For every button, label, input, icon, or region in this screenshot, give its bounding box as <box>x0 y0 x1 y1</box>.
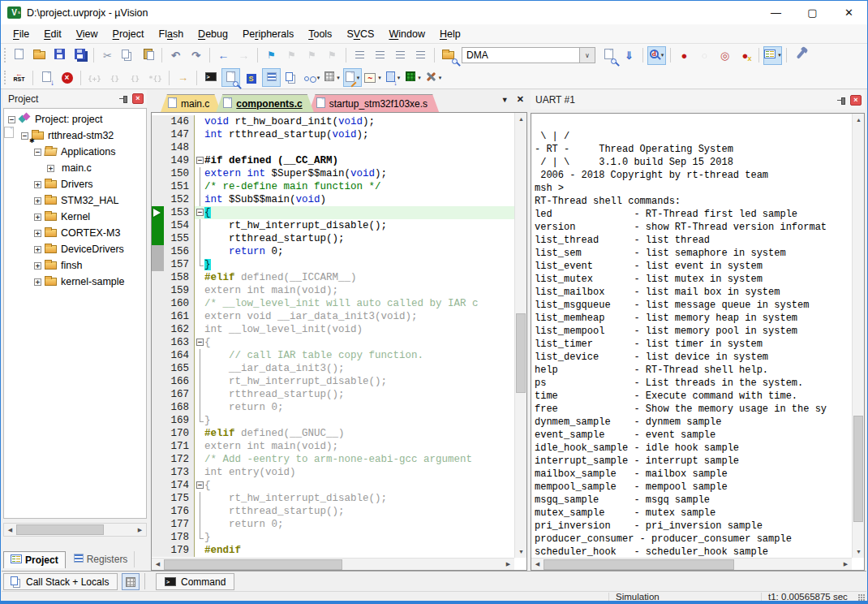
step-out-button[interactable]: {} <box>126 68 144 87</box>
comment-selection-button[interactable] <box>391 46 410 65</box>
breakpoint-margin[interactable] <box>152 232 164 245</box>
panel-tab-registers[interactable]: Registers <box>67 551 135 567</box>
menu-flash[interactable]: Flash <box>152 26 191 42</box>
disassembly-window-button[interactable] <box>221 68 240 87</box>
menu-peripherals[interactable]: Peripherals <box>235 26 301 42</box>
collapse-icon[interactable]: − <box>8 116 15 123</box>
symbol-window-button[interactable]: S <box>242 68 260 87</box>
indent-button[interactable] <box>350 46 369 65</box>
breakpoint-margin[interactable] <box>152 518 164 531</box>
scroll-right-icon[interactable]: ▶ <box>134 524 146 536</box>
expand-icon[interactable]: + <box>34 181 41 188</box>
expand-icon[interactable]: + <box>34 214 41 221</box>
breakpoint-margin[interactable] <box>152 219 164 232</box>
uncomment-selection-button[interactable] <box>411 46 430 65</box>
breakpoint-margin[interactable] <box>152 349 164 362</box>
navigate-back-button[interactable]: ← <box>214 46 233 65</box>
scroll-thumb[interactable] <box>853 416 863 522</box>
breakpoint-margin[interactable] <box>152 544 164 557</box>
editor-horizontal-scrollbar[interactable]: ◀ ▶ <box>152 558 514 570</box>
command-window-button[interactable] <box>201 68 220 87</box>
breakpoint-margin[interactable] <box>152 375 164 388</box>
close-tab-icon[interactable]: ✕ <box>517 94 524 105</box>
fold-margin[interactable]: − <box>194 336 204 349</box>
menu-view[interactable]: View <box>69 26 105 42</box>
window-layouts-button[interactable]: ▾ <box>763 46 782 65</box>
uart-horizontal-scrollbar[interactable]: ◀ ▶ <box>531 558 852 570</box>
tree-item-kernel-sample[interactable]: +kernel-sample <box>4 274 146 290</box>
uart-output[interactable]: \ | /- RT - Thread Operating System / | … <box>531 114 852 558</box>
fold-collapse-icon[interactable]: − <box>196 157 204 164</box>
breakpoint-margin[interactable] <box>152 258 164 271</box>
breakpoint-margin[interactable] <box>152 154 164 167</box>
close-button[interactable]: ✕ <box>831 1 867 24</box>
copy-button[interactable] <box>118 46 137 65</box>
scroll-up-icon[interactable]: ▲ <box>853 114 865 126</box>
scroll-thumb[interactable] <box>16 524 104 535</box>
fold-margin[interactable]: − <box>194 206 204 219</box>
fold-collapse-icon[interactable]: − <box>196 481 204 489</box>
breakpoint-margin[interactable] <box>152 141 164 154</box>
breakpoint-margin[interactable] <box>152 193 164 206</box>
breakpoint-margin[interactable] <box>152 323 164 336</box>
insert-bookmark-button[interactable]: ⚑ <box>262 46 281 65</box>
menu-edit[interactable]: Edit <box>37 26 69 42</box>
find-button[interactable] <box>599 46 618 65</box>
breakpoint-margin[interactable] <box>152 531 164 544</box>
breakpoint-margin[interactable] <box>152 505 164 518</box>
editor-vertical-scrollbar[interactable]: ▲ ▼ <box>514 113 526 558</box>
expand-icon[interactable]: + <box>34 246 41 253</box>
collapse-icon[interactable]: − <box>21 132 28 140</box>
menu-svcs[interactable]: SVCS <box>339 26 381 42</box>
scroll-left-icon[interactable]: ◀ <box>4 524 16 536</box>
breakpoint-margin[interactable] <box>152 167 164 180</box>
breakpoint-margin[interactable] <box>152 206 164 219</box>
menu-tools[interactable]: Tools <box>301 26 339 42</box>
expand-icon[interactable]: + <box>34 262 41 270</box>
breakpoint-margin[interactable] <box>152 453 164 466</box>
scroll-down-icon[interactable]: ▼ <box>515 546 527 558</box>
menu-file[interactable]: File <box>6 26 37 42</box>
breakpoint-margin[interactable] <box>152 466 164 479</box>
editor-tab-startup-stm32f103xe-s[interactable]: startup_stm32f103xe.s <box>309 94 439 112</box>
breakpoint-margin[interactable] <box>152 362 164 375</box>
dropdown-arrow-icon[interactable]: ▾ <box>661 52 664 58</box>
call-stack-tab[interactable]: Call Stack + Locals <box>3 573 118 590</box>
kill-all-breakpoints-button[interactable]: ●x <box>736 46 754 65</box>
previous-bookmark-button[interactable]: ⚑ <box>282 46 301 65</box>
registers-window-button[interactable] <box>262 68 281 87</box>
dropdown-arrow-icon[interactable]: ▾ <box>397 75 401 81</box>
step-button[interactable]: {+} <box>85 68 104 87</box>
scroll-right-icon[interactable]: ▶ <box>502 559 514 571</box>
dropdown-arrow-icon[interactable]: ▾ <box>337 75 340 81</box>
find-in-files-button[interactable] <box>439 46 458 65</box>
breakpoint-margin[interactable] <box>152 115 164 128</box>
dropdown-arrow-icon[interactable]: ▾ <box>378 75 381 81</box>
cut-button[interactable]: ✂ <box>98 46 117 65</box>
toolbox-button[interactable]: ▾ <box>424 68 443 87</box>
paste-button[interactable] <box>139 46 157 65</box>
undo-button[interactable]: ↶ <box>166 46 185 65</box>
close-panel-icon[interactable]: × <box>850 95 862 106</box>
scroll-thumb[interactable] <box>164 559 342 570</box>
trace-windows-button[interactable]: ↓▾ <box>384 68 402 87</box>
breakpoint-margin[interactable] <box>152 180 164 193</box>
expand-icon[interactable]: + <box>34 230 41 237</box>
collapse-icon[interactable]: − <box>34 149 41 156</box>
disable-all-breakpoints-button[interactable]: ◎ <box>715 46 734 65</box>
run-button[interactable]: ↓ <box>37 68 56 87</box>
tree-item-cortex-m3[interactable]: +CORTEX-M3 <box>4 225 146 241</box>
fold-collapse-icon[interactable]: − <box>196 339 204 346</box>
breakpoint-margin[interactable] <box>152 479 164 492</box>
breakpoint-margin[interactable] <box>152 336 164 349</box>
command-tab[interactable]: Command <box>156 573 234 590</box>
menu-debug[interactable]: Debug <box>191 26 235 42</box>
tree-item-stm32-hal[interactable]: +STM32_HAL <box>4 192 146 209</box>
breakpoint-margin[interactable] <box>152 427 164 440</box>
navigate-forward-button[interactable]: → <box>234 46 253 65</box>
tree-item-applications[interactable]: −Applications <box>4 144 146 160</box>
reset-button[interactable]: ←RST <box>10 68 28 87</box>
dropdown-arrow-icon[interactable]: ▾ <box>357 75 360 81</box>
search-dropdown-icon[interactable]: ∨ <box>580 47 595 63</box>
tree-item-kernel[interactable]: +Kernel <box>4 209 146 225</box>
